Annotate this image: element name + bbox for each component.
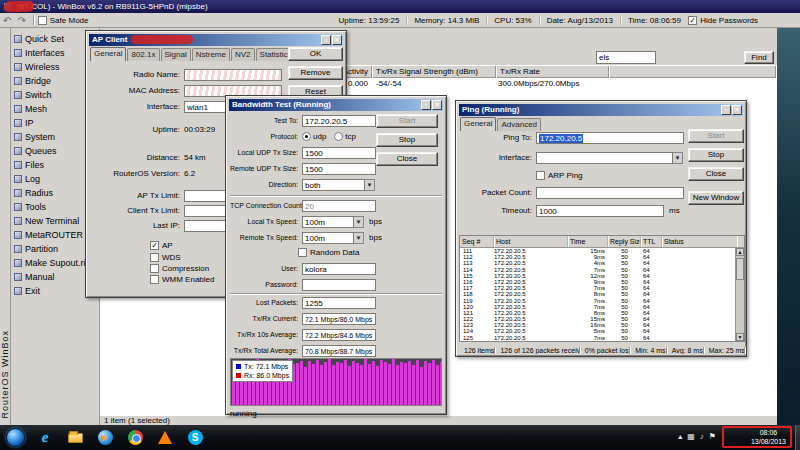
user-field[interactable]: kolora (302, 263, 376, 275)
tab-advanced[interactable]: Advanced (497, 118, 541, 131)
tray-network-icon[interactable]: ▦ (687, 432, 695, 441)
interface-select[interactable] (536, 152, 673, 164)
field-label: Ping To: (460, 133, 532, 142)
column-header-reply-size[interactable]: Reply Size (608, 236, 641, 247)
ping-to-field[interactable]: 172.20.20.5 (536, 132, 684, 144)
password-field[interactable] (302, 279, 376, 291)
tab-nv2[interactable]: NV2 (231, 48, 255, 61)
stop-button[interactable]: Stop (376, 133, 438, 147)
tab-nstreme[interactable]: Nstreme (192, 48, 230, 61)
dropdown-arrow-icon[interactable]: ▼ (672, 152, 683, 164)
bandwidth-test-dialog: Bandwidth Test (Running) ▫ ✕ Start Stop … (225, 95, 447, 415)
compression-checkbox[interactable]: Compression (150, 264, 209, 273)
tab-8021x[interactable]: 802.1x (127, 48, 159, 61)
media-player-icon[interactable]: ▶ (94, 428, 116, 447)
chrome-icon[interactable] (124, 428, 146, 447)
toolbar-combo-fragment[interactable]: els (596, 51, 656, 64)
arp-ping-checkbox[interactable]: ARP Ping (536, 171, 583, 180)
packet-count-field[interactable] (536, 187, 684, 199)
scrollbar-thumb[interactable] (736, 258, 744, 280)
field-row: Uptime: 00:03:29 (90, 123, 215, 136)
windows-taskbar: e ▶ S ▴ ▦ ♪ ⚑ 08:06 13/08/2013 (0, 425, 800, 450)
skype-icon[interactable]: S (184, 428, 206, 447)
vlc-icon[interactable] (154, 428, 176, 447)
menu-item-icon (14, 273, 22, 281)
vertical-scrollbar[interactable]: ▲ ▼ (735, 248, 744, 341)
close-icon[interactable]: ✕ (432, 100, 442, 110)
random-data-checkbox[interactable]: Random Data (298, 248, 359, 257)
wmm-enabled-checkbox[interactable]: WMM Enabled (150, 275, 214, 284)
field-row: Packet Count: (460, 186, 684, 199)
ok-button[interactable]: OK (288, 47, 343, 61)
tab-general[interactable]: General (90, 47, 126, 61)
local-udp-tx-size-field[interactable]: 1500 (302, 147, 376, 159)
minimize-icon[interactable]: ▫ (421, 100, 431, 110)
ping-status-bar: 126 items126 of 126 packets received0% p… (459, 344, 745, 356)
dialog-titlebar[interactable]: AP Client ▫ ✕ (89, 34, 343, 46)
redo-icon[interactable]: ↷ (14, 14, 28, 27)
minimize-icon[interactable]: ▫ (721, 105, 731, 115)
column-header-seq[interactable]: Seq # (460, 236, 494, 247)
sidebar-item-label: Files (25, 160, 44, 170)
start-button[interactable]: Start (688, 129, 744, 143)
column-header-signal-strength[interactable]: Tx/Rx Signal Strength (dBm) (373, 66, 496, 78)
tray-hidden-icons-arrow[interactable]: ▴ (678, 432, 682, 441)
direction-select[interactable]: both (302, 179, 365, 191)
dropdown-arrow-icon[interactable]: ▼ (353, 232, 364, 244)
close-button[interactable]: Close (688, 167, 744, 181)
remove-button[interactable]: Remove (288, 66, 343, 80)
column-header-tx-rx-rate[interactable]: Tx/Rx Rate (497, 66, 609, 78)
column-header-time[interactable]: Time (568, 236, 608, 247)
local-tx-speed-field[interactable]: 100m (302, 216, 354, 228)
radio-name-field[interactable] (184, 69, 282, 81)
wds-checkbox[interactable]: WDS (150, 253, 181, 262)
dialog-titlebar[interactable]: Bandwidth Test (Running) ▫ ✕ (229, 99, 443, 111)
ie-icon[interactable]: e (34, 428, 56, 447)
hide-passwords-checkbox[interactable]: ✓ Hide Passwords (688, 16, 758, 25)
distance-value: 54 km (184, 153, 206, 162)
show-desktop-button[interactable] (795, 425, 800, 450)
tcp-radio[interactable] (334, 132, 343, 141)
safe-mode-checkbox[interactable]: Safe Mode (38, 16, 89, 25)
close-icon[interactable]: ✕ (732, 105, 742, 115)
column-header-host[interactable]: Host (494, 236, 568, 247)
start-button[interactable]: Start (376, 114, 438, 128)
tray-volume-icon[interactable]: ♪ (700, 432, 704, 441)
ie-glyph: e (42, 429, 49, 446)
field-label: Distance: (90, 153, 180, 162)
desktop-background (777, 28, 800, 425)
find-button[interactable]: Find (744, 51, 774, 64)
table-row[interactable]: 125 172.20.20.5 7ms 50 64 (460, 335, 735, 341)
tray-flag-icon[interactable]: ⚑ (709, 432, 716, 441)
new-window-button[interactable]: New Window (688, 191, 744, 205)
close-button[interactable]: Close (376, 152, 438, 166)
sidebar-item-label: Mesh (25, 104, 47, 114)
remote-tx-speed-field[interactable]: 100m (302, 232, 354, 244)
field-row: Interface: ▼ (460, 151, 683, 164)
column-header-ttl[interactable]: TTL (641, 236, 662, 247)
remote-udp-tx-size-field[interactable]: 1500 (302, 163, 376, 175)
tcp-connection-count-field[interactable]: 20 (302, 200, 376, 212)
folder-icon[interactable] (64, 428, 86, 447)
dropdown-arrow-icon[interactable]: ▼ (364, 179, 375, 191)
unit-label: bps (369, 217, 382, 226)
minimize-icon[interactable]: ▫ (321, 35, 331, 45)
tab-general[interactable]: General (460, 117, 496, 131)
checkbox-label: WMM Enabled (162, 275, 214, 284)
timeout-field[interactable]: 1000 (536, 205, 664, 217)
undo-icon[interactable]: ↶ (0, 14, 14, 27)
ap-checkbox[interactable]: ✓ AP (150, 241, 173, 250)
dropdown-arrow-icon[interactable]: ▼ (353, 216, 364, 228)
test-to-field[interactable]: 172.20.20.5 (302, 115, 376, 127)
window-titlebar[interactable]: (6T-COL) - WinBox v6.2 on RB911G-5HPnD (… (0, 0, 800, 13)
tab-signal[interactable]: Signal (161, 48, 191, 61)
dialog-titlebar[interactable]: Ping (Running) ▫ ✕ (459, 104, 743, 116)
field-label: Password: (230, 281, 298, 288)
scroll-up-icon[interactable]: ▲ (736, 248, 744, 256)
start-button[interactable] (6, 428, 25, 447)
column-header-status[interactable]: Status (662, 236, 737, 247)
udp-radio[interactable] (302, 132, 311, 141)
stop-button[interactable]: Stop (688, 148, 744, 162)
close-icon[interactable]: ✕ (332, 35, 342, 45)
scroll-down-icon[interactable]: ▼ (736, 333, 744, 341)
